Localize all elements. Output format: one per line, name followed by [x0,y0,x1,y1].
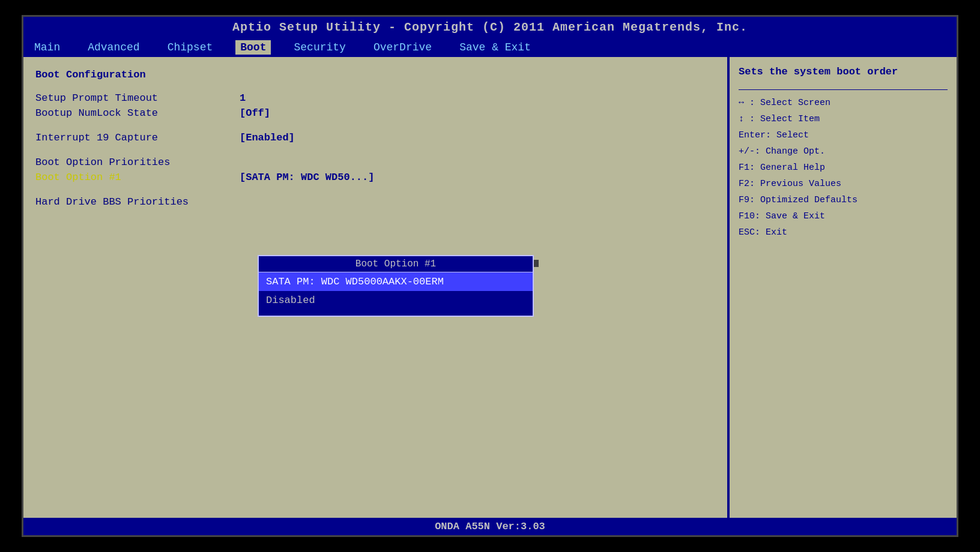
row-boot-priorities: Boot Option Priorities [35,157,715,168]
key-f9: F9: Optimized Defaults [739,192,948,208]
dropdown-item-sata[interactable]: SATA PM: WDC WD5000AAKX-00ERM [259,272,533,291]
side-panel: Sets the system boot order ↔ : Select Sc… [728,57,957,518]
nav-bar[interactable]: MainAdvancedChipsetBootSecurityOverDrive… [23,38,957,57]
value-setup-prompt[interactable]: 1 [240,92,246,104]
title-text: Aptio Setup Utility - Copyright (C) 2011… [232,20,748,34]
label-numlock: Bootup NumLock State [35,107,240,119]
dropdown-title: Boot Option #1 [259,256,533,272]
nav-item-boot[interactable]: Boot [235,40,271,55]
key-select-screen: ↔ : Select Screen [739,95,948,111]
help-text: Sets the system boot order [739,66,948,77]
row-hdd-bbs: Hard Drive BBS Priorities [35,196,715,208]
footer-text: ONDA A55N Ver:3.03 [435,521,545,532]
nav-item-advanced[interactable]: Advanced [83,40,144,55]
row-setup-prompt: Setup Prompt Timeout 1 [35,92,715,104]
key-esc: ESC: Exit [739,224,948,241]
key-f2: F2: Previous Values [739,176,948,192]
label-boot-priorities: Boot Option Priorities [35,157,240,168]
label-setup-prompt: Setup Prompt Timeout [35,92,240,104]
label-boot-option1: Boot Option #1 [35,172,240,183]
content-area: Boot Configuration Setup Prompt Timeout … [23,57,957,518]
bios-screen: Aptio Setup Utility - Copyright (C) 2011… [22,15,958,537]
key-enter: Enter: Select [739,127,948,143]
nav-item-main[interactable]: Main [29,40,65,55]
row-boot-option1: Boot Option #1 [SATA PM: WDC WD50...] [35,172,715,183]
nav-item-save-and-exit[interactable]: Save & Exit [455,40,536,55]
nav-item-chipset[interactable]: Chipset [163,40,218,55]
value-interrupt19[interactable]: [Enabled] [240,132,295,143]
row-interrupt19: Interrupt 19 Capture [Enabled] [35,132,715,143]
label-interrupt19: Interrupt 19 Capture [35,132,240,143]
nav-item-overdrive[interactable]: OverDrive [369,40,437,55]
key-change-opt: +/-: Change Opt. [739,143,948,160]
footer-bar: ONDA A55N Ver:3.03 [23,518,957,535]
dropdown-overlay: Boot Option #1 SATA PM: WDC WD5000AAKX-0… [258,255,534,317]
label-hdd-bbs: Hard Drive BBS Priorities [35,196,240,208]
main-panel: Boot Configuration Setup Prompt Timeout … [23,57,728,518]
key-help: ↔ : Select Screen ↕ : Select Item Enter:… [739,95,948,241]
dropdown-item-disabled[interactable]: Disabled [259,291,533,310]
value-numlock[interactable]: [Off] [240,107,270,119]
section-boot-config: Boot Configuration [35,69,715,80]
key-f10: F10: Save & Exit [739,208,948,224]
value-boot-option1[interactable]: [SATA PM: WDC WD50...] [240,172,374,183]
key-f1: F1: General Help [739,160,948,176]
key-select-item: ↕ : Select Item [739,111,948,127]
nav-item-security[interactable]: Security [289,40,350,55]
dropdown-box[interactable]: Boot Option #1 SATA PM: WDC WD5000AAKX-0… [258,255,534,317]
title-bar: Aptio Setup Utility - Copyright (C) 2011… [23,17,957,38]
row-numlock: Bootup NumLock State [Off] [35,107,715,119]
